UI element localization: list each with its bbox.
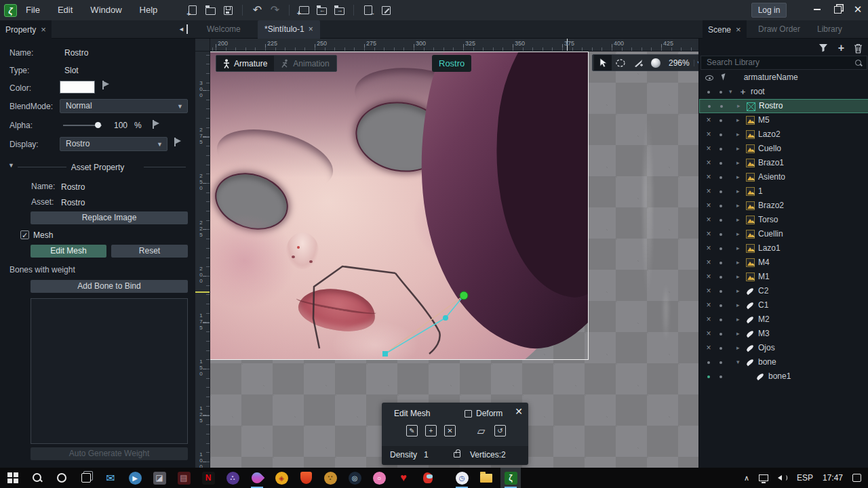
tab-scene[interactable]: Scene×: [703, 20, 747, 39]
tree-row-M3[interactable]: ×▸M3: [699, 327, 868, 341]
alpha-value[interactable]: 100: [114, 121, 127, 130]
expand-arrow-icon[interactable]: ▸: [736, 127, 740, 142]
expand-arrow-icon[interactable]: ▸: [736, 184, 740, 199]
visibility-dot-icon[interactable]: [707, 361, 710, 364]
delete-icon[interactable]: ×: [706, 201, 711, 210]
taskbar-file-explorer-icon[interactable]: [476, 468, 496, 488]
armature-mode-button[interactable]: Armature: [216, 56, 274, 71]
delete-icon[interactable]: ×: [706, 215, 711, 224]
expand-arrow-icon[interactable]: ▸: [736, 199, 740, 213]
expand-arrow-icon[interactable]: ▸: [736, 341, 740, 355]
delete-icon[interactable]: ×: [706, 329, 711, 338]
lock-dot-icon[interactable]: [719, 333, 722, 336]
tree-row-C2[interactable]: ×▸C2: [699, 284, 868, 298]
stage-canvas[interactable]: Armature Animation Rostro 296% ▼ Edi: [210, 52, 698, 468]
zoom-dropdown-caret[interactable]: ▼: [694, 60, 698, 66]
trash-icon[interactable]: [854, 43, 863, 54]
lock-dot-icon[interactable]: [720, 105, 723, 108]
taskbar-search-icon[interactable]: [27, 468, 47, 488]
delete-icon[interactable]: ×: [706, 144, 711, 153]
tree-row-Asiento[interactable]: ×▸Asiento: [699, 170, 868, 184]
expand-arrow-icon[interactable]: ▾: [736, 355, 740, 369]
taskbar-cookies-app-icon[interactable]: ∵: [320, 468, 340, 488]
taskbar-heart-app-icon[interactable]: ♥: [393, 468, 414, 488]
animation-mode-button[interactable]: Animation: [274, 56, 336, 71]
tree-row-M4[interactable]: ×▸M4: [699, 256, 868, 270]
close-button[interactable]: ✕: [848, 0, 868, 19]
import-folder-icon[interactable]: [313, 3, 330, 18]
reset-button[interactable]: Reset: [111, 245, 188, 258]
lock-dot-icon[interactable]: [719, 361, 722, 364]
delete-icon[interactable]: ×: [706, 229, 711, 239]
display-select[interactable]: Rostro▼: [60, 137, 167, 151]
taskbar-telegram-icon[interactable]: ▶: [125, 468, 145, 488]
marquee-tool-button[interactable]: [612, 55, 629, 70]
redo-icon[interactable]: ↷: [266, 3, 283, 18]
expand-arrow-icon[interactable]: ▾: [729, 85, 732, 99]
expand-arrow-icon[interactable]: ▸: [736, 270, 740, 284]
delete-icon[interactable]: ×: [706, 115, 711, 125]
menu-edit[interactable]: Edit: [49, 0, 81, 20]
tree-row-Ojos[interactable]: ×▸Ojos: [699, 341, 868, 355]
delete-icon[interactable]: ×: [706, 258, 711, 267]
visibility-dot-icon[interactable]: [707, 375, 710, 378]
lock-dot-icon[interactable]: [719, 304, 722, 307]
taskbar-among-us-icon[interactable]: [418, 468, 438, 488]
filter-icon[interactable]: [818, 43, 829, 53]
minimize-button[interactable]: [807, 0, 827, 19]
expand-arrow-icon[interactable]: ▸: [736, 298, 740, 312]
network-icon[interactable]: [759, 474, 768, 481]
search-library-input[interactable]: Search Library: [701, 56, 867, 70]
tree-row-bone[interactable]: ▾bone: [699, 355, 868, 369]
lock-dot-icon[interactable]: [719, 190, 722, 193]
expand-arrow-icon[interactable]: ▸: [736, 213, 740, 227]
taskbar-netflix-icon[interactable]: N: [198, 468, 218, 488]
blendmode-select[interactable]: Normal▼: [60, 99, 188, 113]
lock-dot-icon[interactable]: [719, 276, 722, 279]
taskbar-drop-app-icon[interactable]: [247, 468, 267, 488]
lock-dot-icon[interactable]: [719, 148, 722, 150]
tree-row-Brazo2[interactable]: ×▸Brazo2: [699, 199, 868, 213]
delete-icon[interactable]: ×: [706, 314, 711, 324]
login-button[interactable]: Log in: [751, 3, 787, 18]
taskbar-pink-app-icon[interactable]: ○: [369, 468, 389, 488]
lock-dot-icon[interactable]: [719, 219, 722, 222]
density-value[interactable]: 1: [424, 450, 429, 460]
expand-arrow-icon[interactable]: ▸: [736, 227, 740, 241]
edit-vertex-tool-icon[interactable]: ✎: [406, 425, 418, 436]
close-icon[interactable]: ✕: [515, 406, 523, 417]
add-bone-to-bind-button[interactable]: Add Bone to Bind: [31, 280, 188, 293]
taskbar-clock-app-icon[interactable]: ◷: [452, 468, 472, 488]
taskbar-steam-icon[interactable]: ◎: [344, 468, 365, 488]
tree-row-bone1[interactable]: bone1: [699, 369, 868, 384]
expand-arrow-icon[interactable]: ▸: [736, 241, 740, 256]
tree-row-1[interactable]: ×▸1: [699, 184, 868, 199]
lock-dot-icon[interactable]: [719, 319, 722, 321]
delete-icon[interactable]: ×: [706, 272, 711, 281]
bound-bones-list[interactable]: [31, 298, 188, 444]
tree-row-Lazo2[interactable]: ×▸Lazo2: [699, 127, 868, 142]
tree-row-root[interactable]: ▾+root: [699, 85, 868, 99]
tree-row-Torso[interactable]: ×▸Torso: [699, 213, 868, 227]
lock-dot-icon[interactable]: [719, 91, 722, 94]
lock-dot-icon[interactable]: [719, 347, 722, 350]
taskbar-task-view-icon[interactable]: [76, 468, 96, 488]
alpha-keyframe-flag-icon[interactable]: [152, 120, 160, 129]
taskbar-target-app-icon[interactable]: ◈: [271, 468, 292, 488]
close-icon[interactable]: ×: [736, 24, 741, 35]
volume-icon[interactable]: [778, 474, 787, 481]
lock-dot-icon[interactable]: [719, 262, 722, 264]
tree-row-Cuello[interactable]: ×▸Cuello: [699, 142, 868, 156]
delete-icon[interactable]: ×: [706, 286, 711, 296]
tree-row-M1[interactable]: ×▸M1: [699, 270, 868, 284]
expand-arrow-icon[interactable]: ▸: [736, 156, 740, 170]
lock-dot-icon[interactable]: [719, 205, 722, 207]
export-folder-icon[interactable]: [330, 3, 348, 18]
save-icon[interactable]: [219, 3, 237, 18]
close-icon[interactable]: ×: [41, 24, 46, 35]
lock-dot-icon[interactable]: [719, 119, 722, 122]
color-keyframe-flag-icon[interactable]: [102, 81, 110, 89]
delete-icon[interactable]: ×: [706, 158, 711, 167]
deform-checkbox[interactable]: Deform: [465, 409, 502, 418]
delete-icon[interactable]: ×: [706, 243, 711, 253]
